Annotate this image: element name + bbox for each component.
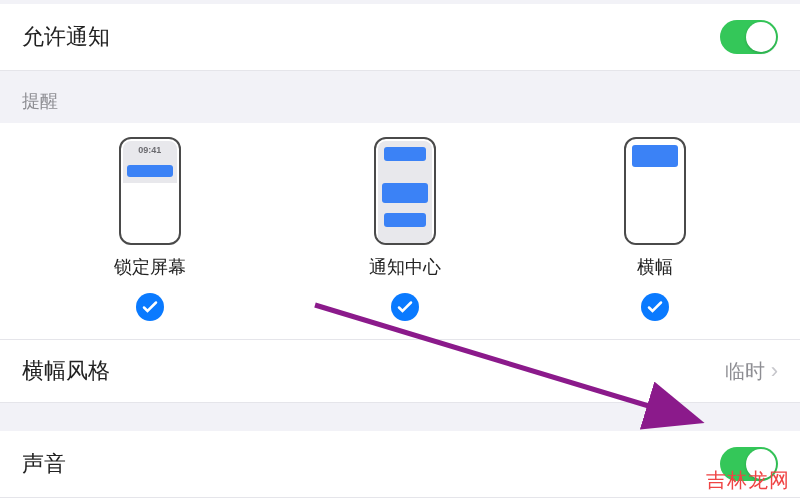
notification-center-icon — [374, 137, 436, 245]
sounds-label: 声音 — [22, 449, 66, 479]
lock-screen-time: 09:41 — [121, 145, 179, 155]
notification-center-label: 通知中心 — [369, 255, 441, 279]
lock-screen-checkmark-icon — [136, 293, 164, 321]
chevron-right-icon: › — [771, 358, 778, 384]
sounds-row[interactable]: 声音 — [0, 431, 800, 498]
banner-style-value: 临时 — [725, 358, 765, 385]
watermark: 吉林龙网 — [706, 467, 790, 494]
banner-style-value-wrap: 临时 › — [725, 358, 778, 385]
alerts-section-header: 提醒 — [0, 71, 800, 123]
allow-notifications-row[interactable]: 允许通知 — [0, 4, 800, 71]
alerts-panel: 09:41 锁定屏幕 通知中心 — [0, 123, 800, 340]
allow-notifications-label: 允许通知 — [22, 22, 110, 52]
notification-center-checkmark-icon — [391, 293, 419, 321]
lock-screen-label: 锁定屏幕 — [114, 255, 186, 279]
lock-screen-icon: 09:41 — [119, 137, 181, 245]
alert-option-banners[interactable]: 横幅 — [624, 137, 686, 321]
banner-style-label: 横幅风格 — [22, 356, 110, 386]
allow-notifications-toggle[interactable] — [720, 20, 778, 54]
alert-option-lock-screen[interactable]: 09:41 锁定屏幕 — [114, 137, 186, 321]
banner-style-row[interactable]: 横幅风格 临时 › — [0, 340, 800, 403]
banners-label: 横幅 — [637, 255, 673, 279]
alert-option-notification-center[interactable]: 通知中心 — [369, 137, 441, 321]
toggle-knob — [746, 22, 776, 52]
banners-checkmark-icon — [641, 293, 669, 321]
banners-icon — [624, 137, 686, 245]
section-spacer — [0, 403, 800, 431]
